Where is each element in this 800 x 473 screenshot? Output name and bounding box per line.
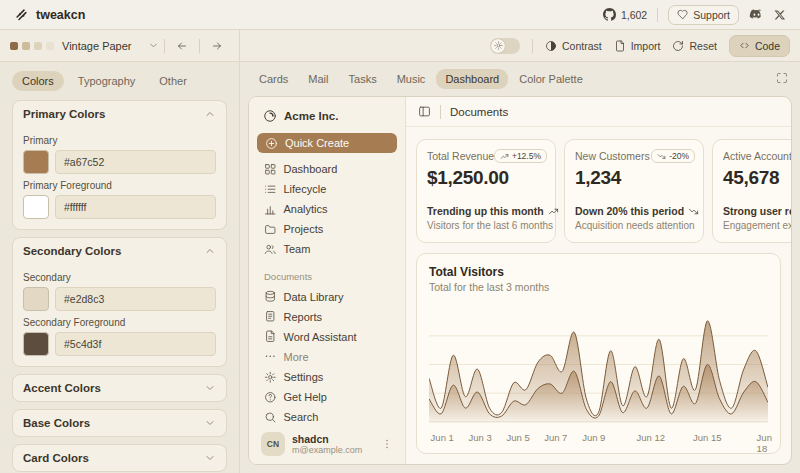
fullscreen-button[interactable] <box>776 72 788 86</box>
app-title: tweakcn <box>36 8 85 22</box>
import-label: Import <box>631 40 661 52</box>
stat-footer: Down 20% this period <box>575 205 693 217</box>
sidebar-item-get-help[interactable]: Get Help <box>257 387 397 407</box>
org-logo-icon <box>263 109 277 123</box>
database-icon <box>264 290 277 303</box>
org-switcher[interactable]: Acme Inc. <box>257 105 397 133</box>
contrast-label: Contrast <box>562 40 602 52</box>
section-base-colors: Base Colors <box>12 409 227 437</box>
stat-value: $1,250.00 <box>427 167 545 189</box>
dashboard-preview: Acme Inc. Quick Create Dashboard Lifecyc… <box>248 96 792 465</box>
reset-icon <box>672 40 684 52</box>
preview-main: Documents Total Revenue +12.5% $1,250.00… <box>406 97 791 464</box>
tab-other[interactable]: Other <box>149 71 197 91</box>
code-label: Code <box>755 40 780 52</box>
tab-color-palette[interactable]: Color Palette <box>510 69 592 89</box>
color-swatch-secondary-foreground[interactable] <box>23 332 49 356</box>
tab-tasks[interactable]: Tasks <box>340 69 386 89</box>
stat-footer-text: Trending up this month <box>427 205 544 217</box>
tab-music[interactable]: Music <box>388 69 435 89</box>
sidebar-item-reports[interactable]: Reports <box>257 307 397 327</box>
sidebar-item-analytics[interactable]: Analytics <box>257 199 397 219</box>
section-header[interactable]: Secondary Colors <box>13 238 226 264</box>
quick-create-label: Quick Create <box>285 137 349 149</box>
sidebar-item-team[interactable]: Team <box>257 239 397 259</box>
section-card-colors: Card Colors <box>12 444 227 472</box>
trend-down-icon <box>657 152 666 161</box>
field-label: Primary <box>23 135 216 146</box>
heart-icon <box>677 9 688 20</box>
section-header[interactable]: Base Colors <box>13 410 226 436</box>
theme-selector[interactable]: Vintage Paper <box>10 40 159 52</box>
tab-typography[interactable]: Typography <box>68 71 145 91</box>
badge-value: -20% <box>669 151 689 161</box>
section-header[interactable]: Primary Colors <box>13 101 226 127</box>
hex-input-secondary-foreground[interactable] <box>55 332 216 356</box>
hex-input-primary-foreground[interactable] <box>55 195 216 219</box>
x-social-icon[interactable] <box>774 9 786 21</box>
sidebar-item-label: Word Assistant <box>284 331 357 343</box>
github-star-count: 1,602 <box>621 9 647 21</box>
hex-input-primary[interactable] <box>55 150 216 174</box>
color-swatch-primary[interactable] <box>23 150 49 174</box>
trend-down-icon <box>688 206 699 217</box>
help-icon <box>264 391 277 404</box>
stat-value: 1,234 <box>575 167 693 189</box>
tab-cards[interactable]: Cards <box>250 69 297 89</box>
quick-create-button[interactable]: Quick Create <box>257 133 397 153</box>
tab-dashboard[interactable]: Dashboard <box>436 69 508 89</box>
panel-toggle-icon[interactable] <box>418 105 431 118</box>
chevron-up-icon <box>204 108 216 120</box>
sidebar-item-label: Lifecycle <box>284 183 327 195</box>
divider <box>164 39 165 53</box>
redo-button[interactable] <box>205 35 229 57</box>
sidebar-item-lifecycle[interactable]: Lifecycle <box>257 179 397 199</box>
sidebar-item-projects[interactable]: Projects <box>257 219 397 239</box>
stat-card-active-accounts: Active Accounts 45,678 Strong user reten… <box>712 139 791 243</box>
undo-button[interactable] <box>170 35 194 57</box>
preview-header: Documents <box>406 97 791 127</box>
import-button[interactable]: Import <box>614 40 661 52</box>
support-button[interactable]: Support <box>668 5 739 25</box>
hex-input-secondary[interactable] <box>55 287 216 311</box>
trend-badge: -20% <box>651 149 695 163</box>
stat-footer-text: Down 20% this period <box>575 205 684 217</box>
color-swatch-secondary[interactable] <box>23 287 49 311</box>
section-title: Primary Colors <box>23 108 105 120</box>
section-secondary-colors: Secondary Colors Secondary Secondary For… <box>12 237 227 367</box>
chart-plot <box>429 301 768 429</box>
sidebar-item-search[interactable]: Search <box>257 407 397 427</box>
preview-tabs: Cards Mail Tasks Music Dashboard Color P… <box>250 69 792 89</box>
user-menu[interactable]: CN shadcn m@example.com <box>257 427 397 458</box>
stat-footer: Trending up this month <box>427 205 545 217</box>
sidebar-item-data-library[interactable]: Data Library <box>257 286 397 306</box>
x-tick-label: Jun 15 <box>693 432 722 443</box>
list-icon <box>264 183 277 196</box>
chart-title: Total Visitors <box>429 265 768 279</box>
trend-badge: +12.5% <box>494 149 547 163</box>
report-icon <box>264 310 277 323</box>
users-icon <box>264 243 277 256</box>
contrast-button[interactable]: Contrast <box>545 40 602 52</box>
chevron-down-icon <box>204 452 216 464</box>
tab-mail[interactable]: Mail <box>299 69 337 89</box>
sidebar-item-more[interactable]: More <box>257 347 397 367</box>
code-button[interactable]: Code <box>729 35 790 57</box>
sidebar-item-word-assistant[interactable]: Word Assistant <box>257 327 397 347</box>
reset-button[interactable]: Reset <box>672 40 716 52</box>
org-name: Acme Inc. <box>284 110 338 122</box>
github-stars[interactable]: 1,602 <box>603 8 647 21</box>
toggle-knob <box>491 39 505 53</box>
theme-mode-toggle[interactable] <box>490 38 520 54</box>
tab-colors[interactable]: Colors <box>12 71 64 91</box>
stat-subtext: Engagement exceed targets <box>723 220 791 231</box>
section-header[interactable]: Accent Colors <box>13 375 226 401</box>
brand[interactable]: tweakcn <box>14 7 85 22</box>
sun-icon <box>494 41 503 50</box>
section-header[interactable]: Card Colors <box>13 445 226 471</box>
sidebar-item-settings[interactable]: Settings <box>257 367 397 387</box>
trend-up-icon <box>548 206 559 217</box>
sidebar-item-dashboard[interactable]: Dashboard <box>257 159 397 179</box>
discord-icon[interactable] <box>749 7 764 22</box>
color-swatch-primary-foreground[interactable] <box>23 195 49 219</box>
